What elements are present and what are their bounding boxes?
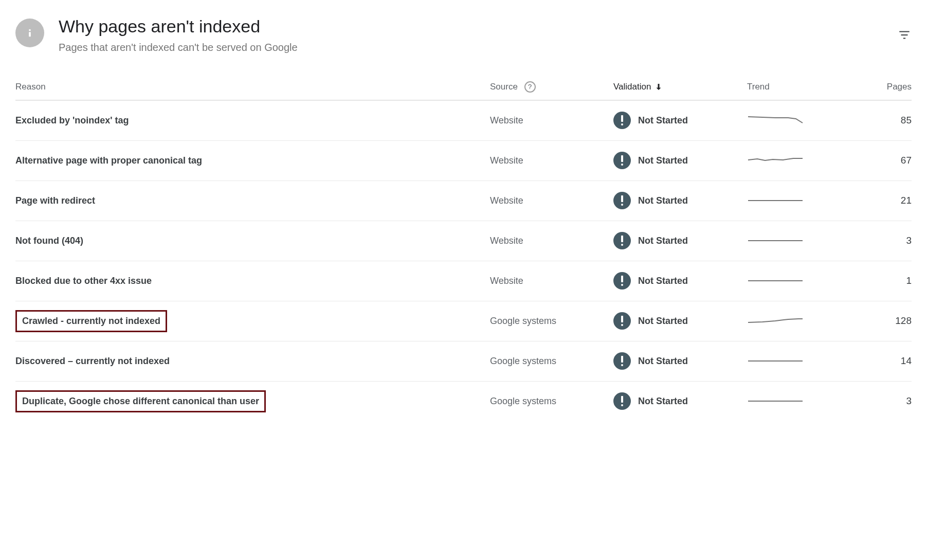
page-subtitle: Pages that aren't indexed can't be serve… (59, 42, 883, 53)
col-pages-header[interactable]: Pages (850, 82, 912, 92)
pages-cell: 3 (850, 235, 912, 246)
source-cell: Website (490, 236, 613, 246)
validation-text: Not Started (638, 115, 688, 126)
source-cell: Website (490, 115, 613, 126)
svg-point-3 (621, 123, 623, 125)
pages-cell: 3 (850, 395, 912, 407)
validation-text: Not Started (638, 195, 688, 206)
pages-cell: 67 (850, 155, 912, 166)
table-row[interactable]: Duplicate, Google chose different canoni… (15, 381, 912, 421)
reason-cell: Page with redirect (15, 195, 490, 206)
svg-rect-4 (621, 155, 623, 162)
source-cell: Website (490, 276, 613, 286)
validation-text: Not Started (638, 356, 688, 367)
exclamation-icon (613, 392, 631, 410)
exclamation-icon (613, 152, 631, 169)
svg-rect-12 (621, 316, 623, 322)
svg-point-17 (621, 404, 623, 406)
trend-sparkline (747, 234, 850, 247)
source-cell: Google systems (490, 316, 613, 327)
table-row[interactable]: Excluded by 'noindex' tagWebsiteNot Star… (15, 100, 912, 140)
col-reason-header[interactable]: Reason (15, 82, 490, 92)
source-cell: Website (490, 155, 613, 166)
svg-point-9 (621, 244, 623, 246)
validation-cell: Not Started (613, 192, 747, 209)
arrow-down-icon (654, 82, 663, 92)
table-header: Reason Source ? Validation Trend Pages (15, 74, 912, 100)
source-cell: Google systems (490, 396, 613, 407)
help-icon[interactable]: ? (524, 81, 536, 93)
svg-point-5 (621, 164, 623, 166)
exclamation-icon (613, 272, 631, 290)
pages-cell: 85 (850, 115, 912, 126)
exclamation-icon (613, 312, 631, 330)
validation-text: Not Started (638, 396, 688, 407)
svg-rect-8 (621, 236, 623, 242)
reason-cell: Crawled - currently not indexed (15, 310, 490, 332)
validation-cell: Not Started (613, 392, 747, 410)
validation-cell: Not Started (613, 232, 747, 249)
reason-cell: Excluded by 'noindex' tag (15, 115, 490, 126)
validation-text: Not Started (638, 155, 688, 166)
pages-cell: 21 (850, 195, 912, 206)
trend-sparkline (747, 114, 850, 127)
svg-point-0 (29, 29, 31, 31)
trend-sparkline (747, 194, 850, 207)
col-trend-header[interactable]: Trend (747, 82, 850, 92)
filter-icon[interactable] (897, 28, 912, 42)
col-source-header[interactable]: Source ? (490, 81, 613, 93)
exclamation-icon (613, 232, 631, 249)
trend-sparkline (747, 394, 850, 408)
reason-cell: Alternative page with proper canonical t… (15, 155, 490, 166)
table-row[interactable]: Crawled - currently not indexedGoogle sy… (15, 301, 912, 341)
svg-point-7 (621, 204, 623, 206)
trend-sparkline (747, 314, 850, 328)
reason-cell: Discovered – currently not indexed (15, 356, 490, 367)
validation-cell: Not Started (613, 272, 747, 290)
exclamation-icon (613, 112, 631, 129)
reason-cell: Not found (404) (15, 236, 490, 246)
svg-rect-1 (29, 32, 31, 37)
svg-rect-2 (621, 115, 623, 122)
svg-rect-16 (621, 396, 623, 403)
validation-text: Not Started (638, 316, 688, 327)
trend-sparkline (747, 154, 850, 167)
table-row[interactable]: Not found (404)WebsiteNot Started3 (15, 221, 912, 261)
exclamation-icon (613, 352, 631, 370)
validation-cell: Not Started (613, 152, 747, 169)
validation-cell: Not Started (613, 352, 747, 370)
pages-cell: 1 (850, 275, 912, 286)
validation-cell: Not Started (613, 312, 747, 330)
svg-rect-10 (621, 276, 623, 282)
validation-cell: Not Started (613, 112, 747, 129)
svg-point-11 (621, 284, 623, 286)
col-validation-header[interactable]: Validation (613, 82, 747, 92)
validation-text: Not Started (638, 236, 688, 246)
source-cell: Google systems (490, 356, 613, 367)
svg-rect-6 (621, 195, 623, 202)
exclamation-icon (613, 192, 631, 209)
trend-sparkline (747, 354, 850, 368)
page-header: Why pages aren't indexed Pages that aren… (15, 10, 912, 74)
table-row[interactable]: Alternative page with proper canonical t… (15, 140, 912, 180)
pages-cell: 128 (850, 315, 912, 327)
reason-cell: Blocked due to other 4xx issue (15, 276, 490, 286)
svg-point-15 (621, 364, 623, 366)
source-cell: Website (490, 195, 613, 206)
indexing-table: Reason Source ? Validation Trend Pages E… (15, 74, 912, 421)
table-row[interactable]: Blocked due to other 4xx issueWebsiteNot… (15, 261, 912, 301)
info-icon (15, 19, 44, 47)
svg-point-13 (621, 324, 623, 326)
page-title: Why pages aren't indexed (59, 15, 883, 38)
validation-text: Not Started (638, 276, 688, 286)
table-row[interactable]: Page with redirectWebsiteNot Started21 (15, 180, 912, 221)
pages-cell: 14 (850, 355, 912, 367)
svg-rect-14 (621, 356, 623, 363)
table-row[interactable]: Discovered – currently not indexedGoogle… (15, 341, 912, 381)
trend-sparkline (747, 274, 850, 287)
reason-cell: Duplicate, Google chose different canoni… (15, 390, 490, 412)
